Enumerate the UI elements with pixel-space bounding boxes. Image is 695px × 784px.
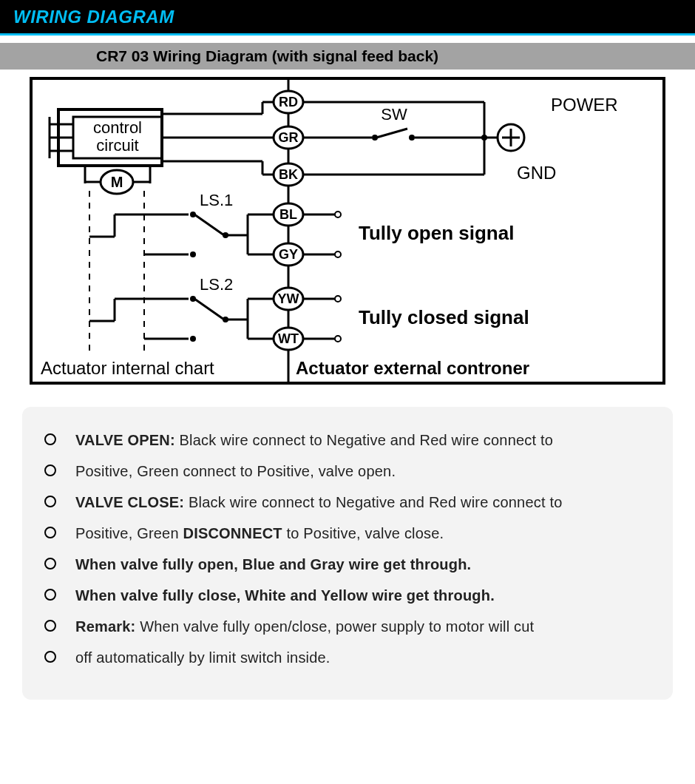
svg-point-45 bbox=[190, 336, 196, 342]
terminal-wt: WT bbox=[278, 331, 299, 346]
bullet-icon bbox=[44, 527, 56, 538]
desc-text: VALVE CLOSE: Black wire connect to Negat… bbox=[75, 491, 651, 513]
bullet-icon bbox=[44, 651, 56, 663]
svg-point-63 bbox=[481, 135, 487, 141]
desc-row: When valve fully close, White and Yellow… bbox=[44, 584, 651, 606]
desc-text: When valve fully close, White and Yellow… bbox=[75, 584, 651, 606]
right-caption: Actuator external controner bbox=[296, 358, 529, 378]
terminal-bk: BK bbox=[279, 167, 298, 182]
desc-text: When valve fully open, Blue and Gray wir… bbox=[75, 553, 651, 575]
svg-line-34 bbox=[194, 214, 224, 235]
limit-switch-2: LS.2 bbox=[89, 275, 274, 342]
bullet-icon bbox=[44, 464, 56, 476]
gnd-label: GND bbox=[517, 163, 556, 183]
desc-row: Positive, Green connect to Positive, val… bbox=[44, 460, 651, 482]
wiring-diagram: control circuit M bbox=[30, 77, 665, 385]
desc-row: Positive, Green DISCONNECT to Positive, … bbox=[44, 522, 651, 544]
desc-row: Remark: When valve fully open/close, pow… bbox=[44, 615, 651, 638]
external-wiring: SW POWER GND Tully open signal bbox=[303, 95, 618, 342]
schematic-svg: control circuit M bbox=[33, 80, 662, 382]
svg-point-69 bbox=[335, 296, 341, 302]
terminal-gy: GY bbox=[279, 247, 298, 262]
left-caption: Actuator internal chart bbox=[41, 358, 214, 378]
svg-point-67 bbox=[335, 251, 341, 257]
desc-text: Positive, Green DISCONNECT to Positive, … bbox=[75, 522, 651, 544]
bullet-icon bbox=[44, 496, 56, 507]
bullet-icon bbox=[44, 589, 56, 601]
desc-row: When valve fully open, Blue and Gray wir… bbox=[44, 553, 651, 575]
control-circuit-box: control circuit bbox=[50, 109, 162, 166]
limit-switch-1: LS.1 bbox=[89, 191, 274, 257]
desc-text: Positive, Green connect to Positive, val… bbox=[75, 460, 651, 482]
bullet-icon bbox=[44, 433, 56, 445]
terminal-group: RD GR BK BL GY YW WT bbox=[274, 91, 303, 350]
control-circuit-label-l2: circuit bbox=[96, 136, 138, 155]
svg-point-33 bbox=[190, 251, 196, 257]
terminal-bl: BL bbox=[279, 207, 297, 222]
desc-row: off automatically by limit switch inside… bbox=[44, 646, 651, 669]
svg-point-57 bbox=[409, 135, 415, 141]
header-bar: WIRING DIAGRAM bbox=[0, 0, 695, 36]
subheader-bar: CR7 03 Wiring Diagram (with signal feed … bbox=[0, 43, 695, 70]
diagram-container: control circuit M bbox=[0, 70, 695, 399]
open-signal-label: Tully open signal bbox=[359, 222, 514, 244]
desc-row: VALVE OPEN: Black wire connect to Negati… bbox=[44, 429, 651, 451]
terminal-gr: GR bbox=[279, 130, 299, 145]
terminal-rd: RD bbox=[279, 95, 298, 109]
control-circuit-label-l1: control bbox=[93, 118, 142, 137]
page-title: WIRING DIAGRAM bbox=[13, 7, 174, 27]
svg-line-46 bbox=[194, 299, 224, 320]
bullet-icon bbox=[44, 620, 56, 632]
sw-label: SW bbox=[381, 105, 407, 124]
motor-symbol: M bbox=[85, 166, 150, 355]
bullet-icon bbox=[44, 558, 56, 570]
subheader-title: CR7 03 Wiring Diagram (with signal feed … bbox=[96, 47, 438, 65]
ls2-label: LS.2 bbox=[200, 275, 233, 294]
desc-text: Remark: When valve fully open/close, pow… bbox=[75, 615, 651, 638]
desc-row: VALVE CLOSE: Black wire connect to Negat… bbox=[44, 491, 651, 513]
svg-point-71 bbox=[335, 336, 341, 342]
motor-label: M bbox=[111, 174, 123, 190]
svg-line-56 bbox=[376, 129, 407, 138]
description-panel: VALVE OPEN: Black wire connect to Negati… bbox=[22, 407, 673, 700]
svg-point-65 bbox=[335, 212, 341, 217]
power-label: POWER bbox=[551, 95, 618, 115]
desc-text: VALVE OPEN: Black wire connect to Negati… bbox=[75, 429, 651, 451]
ls1-label: LS.1 bbox=[200, 191, 233, 209]
close-signal-label: Tully closed signal bbox=[359, 306, 529, 328]
desc-text: off automatically by limit switch inside… bbox=[75, 646, 651, 669]
terminal-yw: YW bbox=[278, 291, 299, 306]
